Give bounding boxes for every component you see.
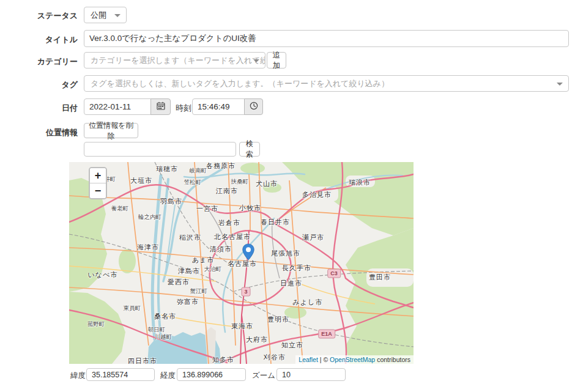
attribution-suffix: contributors [375,356,410,363]
attribution-separator: | © [318,356,330,363]
map-city-label: 瑞穂市 [156,165,178,174]
date-picker-button[interactable] [150,98,171,115]
longitude-label: 経度 [160,371,176,381]
date-input[interactable] [84,98,151,115]
map-city-label: 大府市 [246,335,268,344]
location-delete-button[interactable]: 位置情報を削除 [84,123,138,138]
map-city-label: 北名古屋市 [214,232,251,242]
map-city-label: 津島市 [178,267,200,276]
map-city-label: 岩倉市 [218,218,240,227]
map-city-label: 菰野町 [87,320,105,328]
leaflet-map[interactable]: 各務原市瑞穂市岐南町垂井町大垣市笠松町扶桑町犬山市瑞浪市江南市多治見市羽島市養老… [69,162,414,364]
category-add-button[interactable]: 追加 [267,52,286,68]
map-city-label: 岐南町 [190,167,207,175]
route-badge: 3 [241,287,250,297]
time-label: 時刻 [176,103,191,114]
leaflet-link[interactable]: Leaflet [299,356,318,363]
tags-placeholder: タグを選択もしくは、新しいタグを入力します。（キーワードを入れて絞り込み） [91,78,389,89]
map-city-label: 清須市 [210,245,232,254]
map-city-label: 扶桑町 [231,178,249,186]
map-city-label: 小牧市 [239,204,261,213]
map-zoom-control: + − [89,167,107,199]
map-city-label: 輪之内町 [138,213,161,221]
longitude-input[interactable] [177,368,246,381]
category-label: カテゴリー [0,56,78,67]
map-city-label: 稲沢市 [179,233,201,242]
map-city-label: 尾張旭市 [271,249,300,258]
calendar-icon [157,102,165,113]
title-label: タイトル [0,34,78,45]
time-input[interactable] [192,98,245,115]
map-city-label: 各務原市 [206,162,236,171]
location-search-button[interactable]: 検索 [239,142,260,157]
map-city-label: 瀬戸市 [302,233,324,242]
latitude-input[interactable] [86,368,155,381]
zoom-in-button[interactable]: + [90,168,106,183]
map-city-label: 桑名市 [154,312,176,321]
latitude-label: 緯度 [70,371,86,381]
map-city-label: 長久手市 [282,264,311,273]
time-picker-button[interactable] [244,98,263,115]
map-attribution: Leaflet | © OpenStreetMap contributors [295,355,414,364]
status-select[interactable]: 公開 [84,7,127,23]
route-badge: E1A [318,330,335,339]
map-city-label: みよし市 [293,298,323,307]
category-placeholder: カテゴリーを選択します（キーワードを入れて絞... [91,55,265,66]
map-city-label: 養老町 [111,205,129,213]
date-label: 日付 [0,103,78,114]
map-city-label: 東員町 [124,305,141,312]
chevron-down-icon [114,14,121,17]
status-select-value: 公開 [91,10,106,21]
chevron-down-icon [253,59,259,62]
map-city-label: 四日市市 [128,357,157,364]
map-city-label: 知立市 [281,341,303,350]
map-city-label: 蟹江町 [190,287,208,295]
map-city-label: 知多市 [212,355,234,364]
map-city-label: 海津市 [137,243,159,252]
map-city-label: 大垣市 [130,176,152,185]
zoom-label: ズーム [252,371,275,381]
map-city-label: 東海市 [231,322,253,331]
category-select[interactable]: カテゴリーを選択します（キーワードを入れて絞... [84,52,265,68]
tags-select[interactable]: タグを選択もしくは、新しいタグを入力します。（キーワードを入れて絞り込み） [84,75,569,92]
map-city-label: 犬山市 [256,179,278,188]
map-city-label: いなべ市 [88,270,118,279]
map-city-label: 春日井市 [261,218,290,227]
location-label: 位置情報 [0,127,78,138]
zoom-out-button[interactable]: − [90,183,106,198]
openstreetmap-link[interactable]: OpenStreetMap [330,356,375,363]
map-city-label: 笠松町 [184,179,202,187]
zoom-input[interactable] [276,368,346,381]
map-city-label: 愛西市 [168,278,190,287]
chevron-down-icon [557,83,563,86]
location-search-input[interactable] [84,142,236,157]
map-city-label: 日進市 [280,279,302,288]
map-city-label: 刈谷市 [264,353,286,362]
map-city-label: 大治町 [204,265,222,273]
map-city-label: 瑞浪市 [349,178,371,187]
clock-icon [250,102,258,113]
tags-label: タグ [0,80,78,91]
title-input[interactable] [84,30,569,47]
map-city-label: 江南市 [216,187,238,196]
status-label: ステータス [0,10,78,21]
map-city-label: 豊明市 [267,315,289,324]
map-city-label: 多治見市 [302,190,332,199]
map-city-label: 豊田市 [369,273,391,282]
map-city-label: 羽島市 [160,197,182,206]
route-badge: C3 [327,269,341,278]
post-edit-form: ステータス 公開 タイトル カテゴリー カテゴリーを選択します（キーワードを入れ… [0,0,575,392]
map-city-label: 弥富市 [177,297,199,306]
map-marker-icon[interactable] [242,243,254,261]
map-city-label: あま市 [192,256,215,265]
map-city-label: 一宮市 [196,204,218,213]
map-city-label: 川越町 [155,333,172,341]
